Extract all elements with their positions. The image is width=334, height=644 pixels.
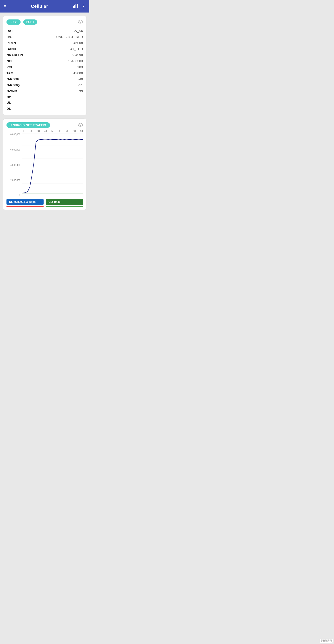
x-axis-label: 40	[44, 130, 47, 132]
cell-row-value: UNREGISTERED	[56, 35, 83, 39]
svg-point-6	[78, 123, 83, 126]
cell-row-label: NRARFCN	[6, 53, 23, 57]
cell-data-row: N-RSRQ -11	[6, 82, 83, 88]
dl-row: DL --	[6, 106, 83, 112]
cell-data-rows: RAT SA_S6 IMS UNREGISTERED PLMN 46008 BA…	[6, 28, 83, 94]
x-axis-label: 70	[66, 130, 68, 132]
progress-row	[6, 206, 83, 207]
dl-stat-badge: DL: 9083994.00 kbps	[6, 199, 43, 205]
dl-label: DL	[6, 107, 11, 110]
app-header: ≡ Cellular ⋮	[0, 0, 89, 12]
chart-header: ANDROID NET TRAFFIC	[6, 122, 83, 128]
x-axis-label: 90	[80, 130, 83, 132]
cell-data-row: N-SNR 39	[6, 88, 83, 94]
cell-row-value: 103	[77, 65, 83, 69]
x-axis-label: 20	[30, 130, 32, 132]
x-axis-label: 30	[37, 130, 39, 132]
chart-svg-container	[22, 133, 83, 197]
cell-data-row: PCI 103	[6, 64, 83, 70]
x-axis-labels: 102030405060708090	[6, 130, 83, 133]
cell-row-value: 39	[79, 89, 83, 93]
cell-row-label: BAND	[6, 47, 16, 51]
more-options-icon[interactable]: ⋮	[81, 4, 86, 9]
dl-value: --	[81, 107, 83, 110]
svg-rect-0	[73, 6, 74, 8]
cell-row-label: RAT	[6, 29, 13, 33]
y-axis-label: 6,000,000	[10, 148, 20, 151]
svg-rect-3	[77, 4, 78, 8]
cell-data-row: PLMN 46008	[6, 40, 83, 46]
y-axis-label: 2,000,000	[10, 179, 20, 182]
cell-row-label: PLMN	[6, 41, 16, 45]
y-axis: 8,000,0006,000,0004,000,0002,000,0000	[6, 133, 22, 197]
ul-label: UL	[6, 100, 11, 104]
cell-row-value: 41_TDD	[70, 47, 83, 51]
cell-data-row: N-RSRP -40	[6, 76, 83, 82]
cell-data-row: IMS UNREGISTERED	[6, 34, 83, 40]
x-axis-label: 10	[22, 130, 25, 132]
ul-row: UL --	[6, 100, 83, 106]
x-axis-label: 80	[73, 130, 76, 132]
svg-point-5	[80, 21, 81, 22]
cell-data-row: NCI 16486503	[6, 58, 83, 64]
cell-row-label: N-SNR	[6, 89, 17, 93]
cell-data-row: RAT SA_S6	[6, 28, 83, 34]
cell-row-value: 504990	[72, 53, 83, 57]
cell-data-row: TAC 512000	[6, 70, 83, 76]
chart-visibility-toggle-icon[interactable]	[78, 122, 83, 128]
cell-data-row: BAND 41_TDD	[6, 46, 83, 52]
cell-data-row: NRARFCN 504990	[6, 52, 83, 58]
page-title: Cellular	[31, 4, 48, 9]
cell-row-label: NCI	[6, 59, 12, 63]
hamburger-menu-icon[interactable]: ≡	[3, 4, 6, 9]
cell-row-value: 46008	[73, 41, 83, 45]
svg-point-7	[80, 124, 81, 126]
no-section-label: NO.	[6, 94, 83, 100]
cell-row-value: -11	[78, 83, 83, 87]
y-axis-label: 8,000,000	[10, 133, 20, 136]
cell-row-label: PCI	[6, 65, 12, 69]
cell-row-value: 512000	[72, 71, 83, 75]
x-axis-label: 50	[51, 130, 54, 132]
chart-bottom-stats: DL: 9083994.00 kbps UL: 10.46	[6, 199, 83, 205]
chart-svg	[22, 133, 83, 196]
chart-title-badge: ANDROID NET TRAFFIC	[6, 122, 50, 128]
chart-area: 8,000,0006,000,0004,000,0002,000,0000	[6, 133, 83, 197]
traffic-chart-card: ANDROID NET TRAFFIC 102030405060708090 8…	[3, 118, 87, 210]
x-axis-label: 60	[58, 130, 61, 132]
sub0-badge[interactable]: SUB0	[6, 20, 20, 24]
ul-value: --	[81, 100, 83, 104]
cell-row-value: -40	[78, 77, 83, 81]
cell-row-label: N-RSRQ	[6, 83, 20, 87]
sub-badges-row: SUB0 SUB1	[6, 20, 83, 24]
svg-rect-1	[74, 5, 75, 8]
cell-info-card: SUB0 SUB1 RAT SA_S6 IMS UNREGISTERED PLM…	[3, 16, 87, 116]
svg-rect-2	[75, 4, 76, 8]
cell-row-value: 16486503	[68, 59, 83, 63]
sub1-badge[interactable]: SUB1	[23, 20, 37, 24]
svg-point-4	[78, 20, 83, 23]
header-actions: ⋮	[73, 4, 86, 9]
ul-progress-bar	[46, 206, 83, 207]
y-axis-label: 0	[19, 194, 20, 197]
main-content: SUB0 SUB1 RAT SA_S6 IMS UNREGISTERED PLM…	[0, 12, 89, 213]
dl-progress-bar	[6, 206, 43, 207]
cell-row-label: TAC	[6, 71, 13, 75]
signal-chart-icon[interactable]	[73, 4, 78, 9]
ul-stat-badge: UL: 10.46	[46, 199, 83, 205]
visibility-toggle-icon[interactable]	[78, 20, 83, 24]
y-axis-label: 4,000,000	[10, 164, 20, 166]
cell-row-label: IMS	[6, 35, 12, 39]
cell-row-label: N-RSRP	[6, 77, 19, 81]
sub-badges: SUB0 SUB1	[6, 20, 37, 24]
cell-row-value: SA_S6	[72, 29, 83, 33]
